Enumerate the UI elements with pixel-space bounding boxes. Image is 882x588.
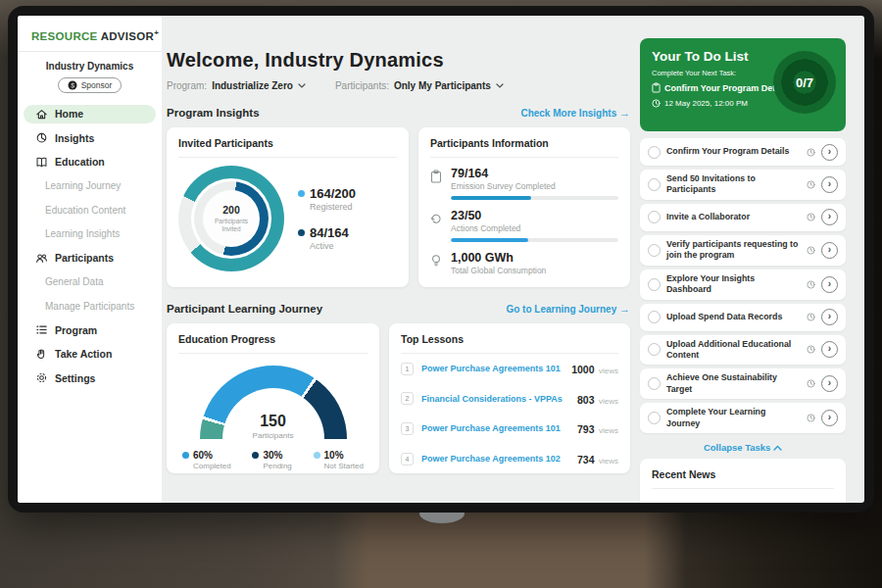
check-more-insights-link[interactable]: Check More Insights →	[520, 107, 630, 119]
sidebar-item-insights[interactable]: Insights	[24, 128, 156, 147]
task-checkbox[interactable]	[648, 311, 661, 323]
sidebar-item-education[interactable]: Education	[24, 153, 156, 172]
gauge-legend: 60% Completed 30% Pending 10% Not Starte…	[178, 450, 368, 470]
card-title: Top Lessons	[401, 323, 618, 354]
lesson-row: 2 Financial Considerations - VPPAs 803 v…	[401, 384, 618, 415]
task-item[interactable]: Upload Spend Data Records ›	[640, 304, 846, 331]
sidebar-item-education-content[interactable]: Education Content	[24, 201, 156, 220]
lesson-link[interactable]: Financial Considerations - VPPAs	[421, 394, 569, 404]
donut-center-label: Participants Invited	[210, 218, 253, 234]
sidebar-item-program[interactable]: Program	[24, 320, 156, 339]
participants-information-card: Participants Information 79/164 Emission…	[418, 127, 630, 287]
sidebar-item-manage-participants[interactable]: Manage Participants	[24, 297, 156, 316]
task-item[interactable]: Verify participants requesting to join t…	[640, 235, 846, 266]
sidebar-item-learning-insights[interactable]: Learning Insights	[24, 224, 156, 243]
clock-icon	[807, 213, 815, 221]
clipboard-icon	[652, 82, 661, 93]
lesson-row: 3 Power Purchase Agreements 101 793 view…	[401, 414, 618, 444]
lesson-link[interactable]: Power Purchase Agreements 101	[421, 364, 564, 373]
task-checkbox[interactable]	[648, 244, 661, 257]
clock-icon	[807, 246, 815, 255]
org-name: Industry Dynamics	[24, 61, 156, 72]
legend-active: 84/164 Active	[298, 225, 356, 251]
legend-pending: 30% Pending	[252, 450, 291, 470]
invited-participants-card: Invited Participants 200 Participants In…	[167, 127, 409, 287]
legend-completed: 60% Completed	[182, 450, 231, 470]
sidebar-item-home[interactable]: Home	[24, 105, 156, 123]
completed-dot	[182, 452, 189, 459]
task-go-button[interactable]: ›	[821, 410, 838, 426]
lesson-row: 4 Power Purchase Agreements 102 734 view…	[401, 444, 618, 473]
task-go-button[interactable]: ›	[821, 341, 838, 358]
task-go-button[interactable]: ›	[821, 276, 838, 293]
task-go-button[interactable]: ›	[821, 309, 838, 325]
dashboard-screen: RESOURCE ADVISOR+ Industry Dynamics Spon…	[18, 16, 864, 503]
learning-journey-title: Participant Learning Journey	[167, 303, 322, 315]
gauge-center-value: 150	[200, 414, 347, 429]
pending-dot	[252, 452, 259, 459]
task-item[interactable]: Upload Additional Educational Content ›	[640, 335, 846, 366]
sponsor-badge[interactable]: Sponsor	[58, 77, 122, 93]
task-checkbox[interactable]	[648, 343, 661, 356]
task-checkbox[interactable]	[648, 211, 661, 223]
lesson-link[interactable]: Power Purchase Agreements 102	[421, 454, 569, 464]
sidebar-item-take-action[interactable]: Take Action	[24, 345, 156, 364]
education-gauge-chart: 150 Participants	[200, 366, 347, 440]
collapse-tasks-link[interactable]: Collapse Tasks	[640, 442, 846, 453]
clock-icon	[807, 379, 815, 388]
task-item[interactable]: Achieve One Sustainability Target ›	[640, 368, 846, 399]
insights-icon	[35, 131, 48, 144]
not-started-dot	[314, 452, 320, 459]
sidebar-item-general-data[interactable]: General Data	[24, 272, 156, 291]
task-go-button[interactable]: ›	[821, 209, 838, 225]
gauge-center-label: Participants	[200, 431, 347, 440]
clock-icon	[807, 345, 815, 354]
arrow-right-icon: →	[619, 303, 630, 315]
todo-panel: Your To Do List Complete Your Next Task:…	[640, 16, 864, 503]
program-dropdown[interactable]: Program: Industrialize Zero	[167, 80, 306, 91]
todo-progress-ring: 0/7	[773, 51, 836, 114]
sponsor-label: Sponsor	[81, 80, 113, 90]
rank-badge: 3	[401, 422, 414, 435]
main-content: Welcome, Industry Dynamics Program: Indu…	[162, 16, 640, 503]
task-item[interactable]: Explore Your Insights Dashboard ›	[640, 270, 846, 300]
actions-progress-bar	[451, 238, 618, 242]
stat-actions: 23/50 Actions Completed	[430, 209, 618, 242]
lesson-link[interactable]: Power Purchase Agreements 101	[421, 423, 569, 433]
settings-icon	[35, 371, 48, 384]
task-go-button[interactable]: ›	[821, 176, 838, 193]
task-go-button[interactable]: ›	[821, 375, 838, 392]
clock-icon	[807, 313, 815, 321]
sidebar-item-learning-journey[interactable]: Learning Journey	[24, 176, 156, 195]
task-checkbox[interactable]	[648, 412, 661, 424]
clock-icon	[652, 99, 661, 108]
survey-icon	[430, 170, 442, 183]
sidebar-item-settings[interactable]: Settings	[24, 368, 156, 387]
task-checkbox[interactable]	[648, 146, 661, 159]
rank-badge: 4	[401, 453, 414, 466]
recent-news-title: Recent News	[652, 468, 834, 489]
arrow-right-icon: →	[619, 107, 630, 119]
task-item[interactable]: Send 50 Invitations to Participants ›	[640, 170, 846, 200]
task-checkbox[interactable]	[648, 178, 661, 191]
clock-icon	[807, 180, 815, 189]
sidebar-item-participants[interactable]: Participants	[24, 249, 156, 268]
task-checkbox[interactable]	[648, 377, 661, 390]
task-go-button[interactable]: ›	[821, 144, 838, 161]
info-progress-fill	[451, 238, 528, 242]
chevron-down-icon	[298, 83, 306, 88]
task-checkbox[interactable]	[648, 278, 661, 291]
monitor-bezel: RESOURCE ADVISOR+ Industry Dynamics Spon…	[8, 6, 874, 513]
emission-progress-bar	[451, 196, 618, 200]
donut-center-value: 200	[222, 204, 240, 216]
task-item[interactable]: Complete Your Learning Journey ›	[640, 403, 846, 433]
go-to-learning-journey-link[interactable]: Go to Learning Journey →	[506, 303, 630, 315]
task-item[interactable]: Confirm Your Program Details ›	[640, 138, 846, 166]
task-go-button[interactable]: ›	[821, 242, 838, 259]
recent-news-card: Recent News	[640, 459, 846, 503]
lesson-row: 1 Power Purchase Agreements 101 1000 vie…	[401, 354, 618, 384]
task-item[interactable]: Invite a Collaborator ›	[640, 204, 846, 231]
legend-not-started: 10% Not Started	[314, 450, 364, 470]
participants-dropdown[interactable]: Participants: Only My Participants	[335, 80, 504, 91]
clock-icon	[807, 414, 815, 422]
